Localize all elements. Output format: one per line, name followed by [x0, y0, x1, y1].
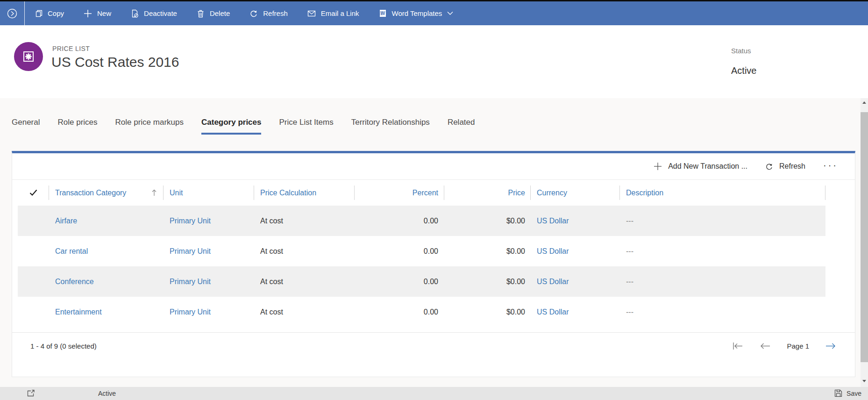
- column-header-description[interactable]: Description: [620, 180, 825, 206]
- column-header-currency[interactable]: Currency: [531, 180, 620, 206]
- refresh-button-label: Refresh: [263, 9, 288, 17]
- cell-percent: 0.00: [355, 278, 444, 286]
- column-header-transaction-category[interactable]: Transaction Category: [49, 180, 164, 206]
- new-button-label: New: [97, 9, 111, 17]
- add-new-transaction-button[interactable]: Add New Transaction ...: [654, 162, 747, 171]
- email-icon: [307, 10, 316, 17]
- add-new-transaction-label: Add New Transaction ...: [668, 162, 747, 171]
- cell-transaction-category-link[interactable]: Car rental: [55, 247, 88, 255]
- grid-refresh-button[interactable]: Refresh: [765, 162, 805, 171]
- sort-ascending-icon: [151, 189, 157, 196]
- grid-footer: 1 - 4 of 9 (0 selected) Page 1: [12, 333, 855, 359]
- grid-table: Transaction Category Unit Price Calculat…: [18, 180, 825, 327]
- category-prices-grid: Add New Transaction ... Refresh ···: [12, 151, 855, 377]
- copy-button[interactable]: Copy: [25, 1, 74, 25]
- cell-unit-link[interactable]: Primary Unit: [170, 278, 211, 286]
- table-row[interactable]: Car rental Primary Unit At cost 0.00 $0.…: [18, 236, 825, 266]
- refresh-button[interactable]: Refresh: [240, 1, 298, 25]
- scrollbar-thumb[interactable]: [861, 112, 868, 362]
- command-bar-expand-button[interactable]: [0, 1, 25, 25]
- svg-text:W: W: [380, 11, 385, 16]
- copy-icon: [35, 9, 43, 17]
- table-row[interactable]: Conference Primary Unit At cost 0.00 $0.…: [18, 266, 825, 297]
- email-a-link-button[interactable]: Email a Link: [298, 1, 369, 25]
- tab-role-price-markups[interactable]: Role price markups: [115, 118, 184, 135]
- cell-price: $0.00: [444, 308, 531, 316]
- word-templates-button[interactable]: W Word Templates: [369, 1, 463, 25]
- cell-currency-link[interactable]: US Dollar: [537, 247, 569, 255]
- first-page-button[interactable]: [733, 342, 744, 350]
- cell-price-calculation: At cost: [254, 247, 355, 256]
- tab-general[interactable]: General: [12, 118, 40, 135]
- delete-button[interactable]: Delete: [187, 1, 240, 25]
- column-header-unit[interactable]: Unit: [164, 180, 254, 206]
- previous-page-button[interactable]: [760, 342, 771, 350]
- cell-percent: 0.00: [355, 247, 444, 256]
- chevron-down-icon: [447, 11, 453, 15]
- vertical-scrollbar[interactable]: [861, 98, 868, 387]
- tab-price-list-items[interactable]: Price List Items: [279, 118, 333, 135]
- cell-percent: 0.00: [355, 217, 444, 225]
- table-row[interactable]: Entertainment Primary Unit At cost 0.00 …: [18, 297, 825, 327]
- cell-unit-link[interactable]: Primary Unit: [170, 247, 211, 255]
- plus-icon: [654, 162, 662, 171]
- refresh-icon: [249, 9, 258, 18]
- record-header: PRICE LIST US Cost Rates 2016 Status Act…: [0, 25, 868, 98]
- cell-unit-link[interactable]: Primary Unit: [170, 217, 211, 225]
- cell-price: $0.00: [444, 247, 531, 256]
- price-list-entity-icon: [14, 42, 43, 71]
- deactivate-icon: [131, 9, 139, 18]
- cell-transaction-category-link[interactable]: Conference: [55, 278, 94, 286]
- deactivate-button[interactable]: Deactivate: [121, 1, 187, 25]
- select-all-checkbox[interactable]: [18, 180, 49, 206]
- status-field-label: Status: [731, 47, 751, 55]
- scroll-up-arrow-icon[interactable]: [862, 101, 866, 104]
- cell-currency-link[interactable]: US Dollar: [537, 217, 569, 225]
- cell-description: ---: [620, 217, 825, 225]
- cell-price: $0.00: [444, 217, 531, 225]
- tab-category-prices[interactable]: Category prices: [201, 118, 262, 135]
- cell-price: $0.00: [444, 278, 531, 286]
- save-button[interactable]: Save: [834, 389, 861, 397]
- cell-transaction-category-link[interactable]: Airfare: [55, 217, 77, 225]
- column-header-label: Transaction Category: [55, 189, 126, 197]
- page-title: US Cost Rates 2016: [51, 54, 179, 70]
- table-row[interactable]: Airfare Primary Unit At cost 0.00 $0.00 …: [18, 206, 825, 236]
- tab-related[interactable]: Related: [448, 118, 475, 135]
- circled-chevron-right-icon: [7, 8, 18, 19]
- deactivate-button-label: Deactivate: [144, 9, 177, 17]
- refresh-icon: [765, 163, 773, 171]
- grid-refresh-label: Refresh: [779, 162, 805, 171]
- word-document-icon: W: [379, 9, 387, 17]
- pagination: Page 1: [733, 342, 836, 350]
- column-header-price[interactable]: Price: [444, 180, 531, 206]
- next-page-button[interactable]: [825, 342, 836, 350]
- tab-territory-relationships[interactable]: Territory Relationships: [351, 118, 430, 135]
- entity-type-label: PRICE LIST: [52, 45, 90, 52]
- cell-description: ---: [620, 278, 825, 286]
- cell-transaction-category-link[interactable]: Entertainment: [55, 308, 102, 316]
- scroll-down-arrow-icon[interactable]: [862, 380, 866, 382]
- checkmark-icon: [29, 189, 37, 196]
- grid-header-row: Transaction Category Unit Price Calculat…: [18, 180, 825, 206]
- save-button-label: Save: [847, 390, 861, 397]
- column-header-price-calculation[interactable]: Price Calculation: [254, 180, 355, 206]
- popout-icon[interactable]: [27, 389, 35, 397]
- more-commands-button[interactable]: ···: [823, 160, 838, 172]
- command-bar-buttons: Copy New Deactivate: [25, 1, 463, 25]
- copy-button-label: Copy: [48, 9, 64, 17]
- form-tabs: General Role prices Role price markups C…: [12, 118, 475, 135]
- cell-currency-link[interactable]: US Dollar: [537, 308, 569, 316]
- cell-price-calculation: At cost: [254, 308, 355, 316]
- footer-record-state: Active: [98, 390, 116, 397]
- cell-unit-link[interactable]: Primary Unit: [170, 308, 211, 316]
- cell-percent: 0.00: [355, 308, 444, 316]
- plus-icon: [84, 9, 92, 18]
- column-header-percent[interactable]: Percent: [355, 180, 444, 206]
- tab-role-prices[interactable]: Role prices: [57, 118, 97, 135]
- cell-description: ---: [620, 247, 825, 256]
- new-button[interactable]: New: [74, 1, 121, 25]
- grid-toolbar: Add New Transaction ... Refresh ···: [12, 153, 855, 180]
- save-floppy-icon: [834, 389, 842, 397]
- cell-currency-link[interactable]: US Dollar: [537, 278, 569, 286]
